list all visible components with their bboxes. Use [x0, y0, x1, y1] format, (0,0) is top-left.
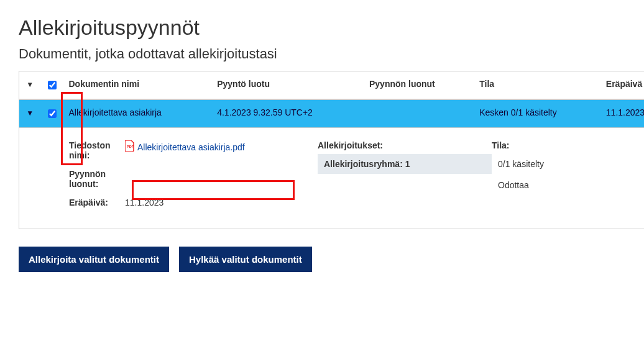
- file-label: Tiedoston nimi:: [69, 140, 125, 160]
- creator-label: Pyynnön luonut:: [69, 169, 125, 189]
- sign-selected-button[interactable]: Allekirjoita valitut dokumentit: [19, 247, 169, 272]
- group-status: 0/1 käsitelty: [492, 154, 644, 174]
- page-title: Allekirjoituspyynnöt: [19, 16, 625, 40]
- detail-row: Tiedoston nimi: PDF Allek: [19, 128, 645, 229]
- signatures-label: Allekirjoitukset:: [318, 140, 492, 150]
- row-checkbox[interactable]: [48, 109, 57, 118]
- cell-due: 11.1.2023: [600, 99, 644, 128]
- col-doc-name: Dokumentin nimi: [63, 71, 211, 100]
- file-link[interactable]: PDF Allekirjoitettava asiakirja.pdf: [125, 140, 245, 153]
- due-label: Eräpäivä:: [69, 198, 125, 207]
- select-all-checkbox[interactable]: [48, 81, 57, 89]
- svg-text:PDF: PDF: [127, 145, 134, 148]
- creator-value: [125, 169, 299, 189]
- page-subtitle: Dokumentit, jotka odottavat allekirjoitu…: [19, 46, 625, 62]
- file-name: Allekirjoitettava asiakirja.pdf: [137, 142, 245, 152]
- due-value: 11.1.2023: [125, 198, 299, 207]
- col-due: Eräpäivä: [600, 71, 644, 100]
- waiting-status: Odottaa: [318, 174, 644, 190]
- expand-all-toggle[interactable]: ▼: [26, 80, 34, 89]
- requests-table: ▼ Dokumentin nimi Pyyntö luotu Pyynnön l…: [19, 71, 644, 229]
- table-row[interactable]: ▼ Allekirjoitettava asiakirja 4.1.2023 9…: [19, 99, 645, 128]
- cell-doc-name: Allekirjoitettava asiakirja: [63, 99, 211, 128]
- col-status: Tila: [473, 71, 600, 100]
- reject-selected-button[interactable]: Hylkää valitut dokumentit: [179, 247, 312, 272]
- expand-row-toggle[interactable]: ▼: [26, 109, 34, 117]
- col-created: Pyyntö luotu: [211, 71, 363, 100]
- col-creator: Pyynnön luonut: [363, 71, 473, 100]
- pdf-icon: PDF: [125, 140, 135, 153]
- cell-creator: [363, 99, 473, 128]
- signature-group: Allekirjoitusryhmä: 1: [318, 154, 492, 174]
- cell-status: Kesken 0/1 käsitelty: [473, 99, 600, 128]
- cell-created: 4.1.2023 9.32.59 UTC+2: [211, 99, 363, 128]
- status-label: Tila:: [492, 140, 644, 150]
